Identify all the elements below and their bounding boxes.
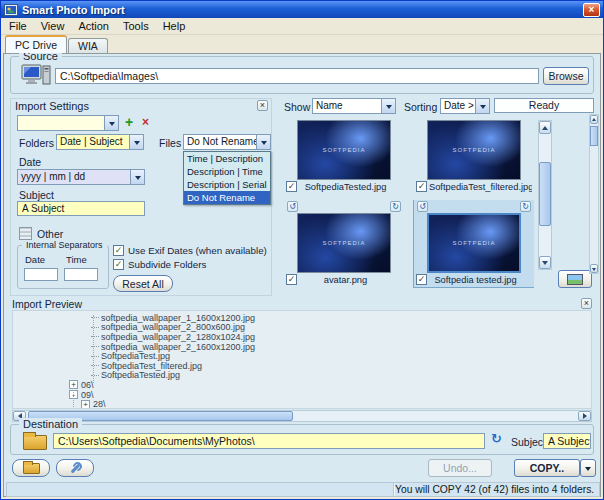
watermark-text: SOFTPEDIA <box>322 147 365 153</box>
thumbnail-vertical-scrollbar[interactable] <box>538 120 552 270</box>
files-option-time-description[interactable]: Time | Description <box>184 152 270 165</box>
scrollbar-track[interactable] <box>590 124 598 264</box>
preview-close-icon[interactable]: × <box>581 298 592 309</box>
thumbnail-caption: ✓ SoftpediaTest_filtered.jpg <box>414 180 534 193</box>
scrollbar-track[interactable] <box>539 134 551 256</box>
tree-item-folder[interactable]: +06\ <box>13 380 591 390</box>
tree-item[interactable]: softpedia_wallpaper_1_1600x1200.jpg <box>13 313 591 323</box>
rotate-controls: ↺ ↻ <box>414 200 534 213</box>
dropdown-arrow-icon[interactable] <box>475 99 489 113</box>
menu-tools[interactable]: Tools <box>116 19 156 33</box>
watermark-text: SOFTPEDIA <box>452 240 495 246</box>
files-combo[interactable]: Do Not Rename <box>183 134 271 150</box>
subdivide-folders-checkbox[interactable]: ✓ Subdivide Folders <box>113 259 206 270</box>
photo-tool-button[interactable] <box>558 270 592 288</box>
undo-button[interactable]: Undo... <box>428 459 492 477</box>
dropdown-arrow-icon[interactable] <box>130 170 144 184</box>
sorting-combo[interactable]: Date > <box>440 98 490 114</box>
date-format-value: yyyy | mm | dd <box>18 170 130 184</box>
remove-subject-icon[interactable]: × <box>142 116 149 128</box>
use-exif-checkbox[interactable]: ✓ Use Exif Dates (when available) <box>113 245 267 256</box>
thumbnail-cell[interactable]: ↺ ↻ SOFTPEDIA ✓ SoftpediaTested.jpg <box>284 120 404 194</box>
rotate-ccw-icon[interactable]: ↺ <box>417 201 428 212</box>
folder-icon <box>23 435 47 450</box>
tree-item[interactable]: softpedia_wallpaper_2_800x600.jpg <box>13 323 591 333</box>
tools-button[interactable] <box>56 459 94 477</box>
settings-close-icon[interactable]: × <box>257 100 268 111</box>
ready-status: Ready <box>494 98 594 113</box>
tree-guide-line <box>93 315 94 383</box>
scroll-up-icon[interactable] <box>590 115 598 124</box>
menu-view[interactable]: View <box>34 19 72 33</box>
tree-item-folder[interactable]: -09\ <box>13 390 591 400</box>
tree-item[interactable]: SoftpediaTested.jpg <box>13 371 591 381</box>
dropdown-arrow-icon[interactable] <box>256 135 270 149</box>
scrollbar-track[interactable] <box>26 411 578 421</box>
thumbnail-image[interactable]: SOFTPEDIA <box>297 120 391 180</box>
files-option-description-serial[interactable]: Description | Serial <box>184 178 270 191</box>
tree-item[interactable]: SoftpediaTest_filtered.jpg <box>13 361 591 371</box>
other-icon[interactable] <box>19 227 32 240</box>
tree-item[interactable]: softpedia_wallpaper_2_1600x1200.jpg <box>13 342 591 352</box>
rotate-cw-icon[interactable]: ↻ <box>520 201 531 212</box>
destination-subject-field[interactable]: A Subject <box>543 433 591 449</box>
tree-expander[interactable]: + <box>81 400 90 409</box>
copy-options-arrow-button[interactable] <box>580 459 596 477</box>
select-checkbox[interactable]: ✓ <box>286 181 297 192</box>
tree-item[interactable]: softpedia_wallpaper_2_1280x1024.jpg <box>13 332 591 342</box>
window-title: Smart Photo Import <box>22 4 579 16</box>
destination-path-field[interactable]: C:\Users\Softpedia\Documents\MyPhotos\ <box>53 433 485 449</box>
show-combo[interactable]: Name <box>312 98 396 114</box>
tab-wia[interactable]: WIA <box>68 38 108 53</box>
files-option-description-time[interactable]: Description | Time <box>184 165 270 178</box>
import-settings-panel: Import Settings × + × Folders Date | Sub… <box>10 98 272 296</box>
select-checkbox[interactable]: ✓ <box>416 181 427 192</box>
subject-list-combo[interactable] <box>17 115 119 131</box>
tab-pc-drive[interactable]: PC Drive <box>5 35 67 53</box>
scrollbar-thumb[interactable] <box>539 162 551 226</box>
dropdown-arrow-icon[interactable] <box>381 99 395 113</box>
tree-item-folder[interactable]: +28\ <box>13 399 591 409</box>
select-checkbox[interactable]: ✓ <box>416 274 427 285</box>
copy-button[interactable]: COPY.. <box>514 459 580 477</box>
scrollbar-thumb[interactable] <box>590 126 598 146</box>
tree-item[interactable]: SoftpediaTest.jpg <box>13 351 591 361</box>
scroll-down-icon[interactable] <box>539 256 551 269</box>
menu-file[interactable]: File <box>2 19 34 33</box>
thumbnail-cell-selected[interactable]: ↺ ↻ SOFTPEDIA ✓ Softpedia tested.jpg <box>414 200 534 287</box>
thumbnail-cell[interactable]: ↺ ↻ SOFTPEDIA ✓ SoftpediaTest_filtered.j… <box>414 120 534 194</box>
open-folder-button[interactable] <box>12 459 50 477</box>
app-window: Smart Photo Import × File View Action To… <box>0 0 604 500</box>
thumbnail-image[interactable]: SOFTPEDIA <box>297 213 391 273</box>
show-combo-value: Name <box>313 99 381 113</box>
files-option-do-not-rename[interactable]: Do Not Rename <box>184 191 270 204</box>
refresh-icon[interactable]: ↻ <box>491 431 502 446</box>
folders-combo[interactable]: Date | Subject <box>56 134 144 150</box>
browse-button[interactable]: Browse <box>543 67 589 85</box>
thumbnail-cell[interactable]: ↺ ↻ SOFTPEDIA ✓ avatar.png <box>284 200 404 287</box>
menu-help[interactable]: Help <box>156 19 193 33</box>
close-button[interactable]: × <box>583 3 600 17</box>
dropdown-arrow-icon[interactable] <box>129 135 143 149</box>
right-scrollbar[interactable] <box>589 114 599 274</box>
titlebar[interactable]: Smart Photo Import × <box>1 1 603 18</box>
dropdown-arrow-icon[interactable] <box>104 116 118 130</box>
folder-icon <box>23 463 40 474</box>
rotate-cw-icon[interactable]: ↻ <box>390 201 401 212</box>
separator-date-field[interactable] <box>24 268 58 281</box>
add-subject-icon[interactable]: + <box>125 115 133 129</box>
scroll-down-icon[interactable] <box>590 264 598 273</box>
thumbnail-image[interactable]: SOFTPEDIA <box>427 120 521 180</box>
subject-field[interactable]: A Subject <box>17 201 145 216</box>
rotate-ccw-icon[interactable]: ↺ <box>287 201 298 212</box>
menu-action[interactable]: Action <box>71 19 116 33</box>
scroll-up-icon[interactable] <box>539 121 551 134</box>
source-path-field[interactable]: C:\Softpedia\Images\ <box>55 68 539 84</box>
date-format-combo[interactable]: yyyy | mm | dd <box>17 169 145 185</box>
select-checkbox[interactable]: ✓ <box>286 274 297 285</box>
reset-all-button[interactable]: Reset All <box>113 275 173 292</box>
separator-time-field[interactable] <box>64 268 98 281</box>
preview-horizontal-scrollbar[interactable] <box>12 410 592 422</box>
scroll-right-icon[interactable] <box>578 411 591 421</box>
thumbnail-image[interactable]: SOFTPEDIA <box>427 213 521 273</box>
